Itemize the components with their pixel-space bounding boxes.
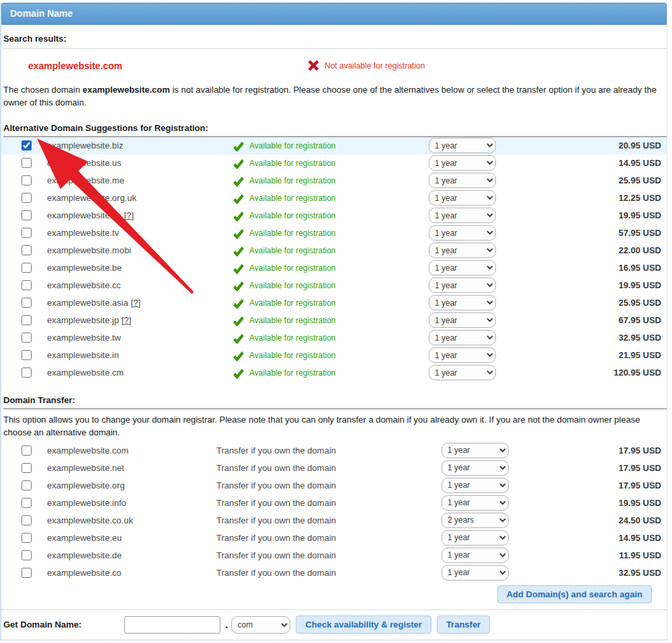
domain-select-checkbox[interactable] <box>22 158 32 168</box>
check-icon <box>233 333 244 343</box>
transfer-period-select[interactable]: 1 year <box>442 548 509 563</box>
transfer-select-checkbox[interactable] <box>22 568 32 578</box>
domain-select-checkbox[interactable] <box>22 228 32 238</box>
tld-hint-link[interactable]: [?] <box>131 298 140 308</box>
domain-select-checkbox[interactable] <box>22 368 32 378</box>
explanation-domain: examplewebsite.com <box>83 85 170 95</box>
transfer-select-checkbox[interactable] <box>22 480 32 490</box>
registration-period-select[interactable]: 1 year <box>429 365 496 380</box>
price-label: 17.95 USD <box>517 445 667 456</box>
registration-period-select[interactable]: 1 year <box>429 277 496 293</box>
price-label: 19.95 USD <box>504 280 667 290</box>
domain-select-checkbox[interactable] <box>22 350 32 360</box>
checkbox-cell <box>1 463 47 473</box>
transfer-select-checkbox[interactable] <box>22 498 32 508</box>
registration-period-select[interactable]: 1 year <box>429 330 496 345</box>
transfer-description: This option allows you to change your do… <box>3 414 665 439</box>
registration-period-select[interactable]: 1 year <box>429 190 496 206</box>
domain-name-input[interactable] <box>124 616 220 634</box>
domain-name-label: examplewebsite.be <box>47 263 233 273</box>
availability-label: Available for registration <box>249 351 336 360</box>
domain-name-label: examplewebsite.jp[?] <box>47 315 233 325</box>
price-label: 25.95 USD <box>504 298 667 308</box>
transfer-period-select[interactable]: 1 year <box>442 478 509 493</box>
transfer-select-checkbox[interactable] <box>22 533 32 543</box>
transfer-select-checkbox[interactable] <box>22 515 32 525</box>
period-cell: 1 year <box>429 347 504 363</box>
domain-select-checkbox[interactable] <box>22 245 32 255</box>
transfer-period-select[interactable]: 1 year <box>442 565 509 581</box>
check-icon <box>233 228 244 239</box>
add-domains-button[interactable]: Add Domain(s) and search again <box>497 585 652 603</box>
domain-select-checkbox[interactable] <box>22 210 32 220</box>
checkbox-cell <box>1 533 47 543</box>
registration-period-select[interactable]: 1 year <box>429 138 496 153</box>
domain-name-panel: Domain Name Search results: examplewebsi… <box>0 3 667 640</box>
period-cell: 1 year <box>442 548 517 563</box>
domain-suggestion-row: examplewebsite.cm Available for registra… <box>1 364 667 382</box>
registration-period-select[interactable]: 1 year <box>429 295 496 310</box>
check-register-button[interactable]: Check availability & register <box>296 615 431 634</box>
domain-name-label: examplewebsite.org.uk <box>47 193 233 203</box>
registration-period-select[interactable]: 1 year <box>429 173 496 188</box>
price-label: 19.95 USD <box>517 498 667 508</box>
tld-select[interactable]: com <box>231 616 290 634</box>
price-label: 22.00 USD <box>504 245 667 255</box>
transfer-search-button[interactable]: Transfer <box>437 615 490 634</box>
period-cell: 2 years <box>442 513 517 528</box>
availability-cell: Available for registration <box>233 280 429 291</box>
registration-period-select[interactable]: 1 year <box>429 312 496 328</box>
registration-period-select[interactable]: 1 year <box>429 225 496 241</box>
domain-select-checkbox[interactable] <box>22 140 32 151</box>
domain-transfer-row: examplewebsite.org Transfer if you own t… <box>1 476 667 494</box>
registration-period-select[interactable]: 1 year <box>429 347 496 363</box>
period-cell: 1 year <box>442 478 517 493</box>
checkbox-cell <box>1 498 47 508</box>
availability-label: Available for registration <box>249 211 336 220</box>
transfer-period-select[interactable]: 1 year <box>442 460 509 476</box>
domain-select-checkbox[interactable] <box>22 315 32 325</box>
transfer-period-select[interactable]: 1 year <box>442 495 509 511</box>
checkbox-cell <box>1 368 47 378</box>
checkbox-cell <box>1 228 47 238</box>
price-label: 11.95 USD <box>517 550 667 560</box>
domain-select-checkbox[interactable] <box>22 263 32 273</box>
explanation-text: The chosen domain examplewebsite.com is … <box>3 84 665 110</box>
domain-suggestion-row: examplewebsite.us Available for registra… <box>1 155 667 172</box>
price-label: 25.95 USD <box>504 175 667 185</box>
checkbox-cell <box>1 480 47 490</box>
domain-select-checkbox[interactable] <box>22 298 32 308</box>
transfer-select-checkbox[interactable] <box>22 550 32 560</box>
availability-cell: Available for registration <box>233 368 429 378</box>
registration-period-select[interactable]: 1 year <box>429 208 496 223</box>
transfer-period-select[interactable]: 2 years <box>442 513 509 528</box>
tld-hint-link[interactable]: [?] <box>122 315 131 325</box>
registration-period-select[interactable]: 1 year <box>429 155 496 171</box>
domain-select-checkbox[interactable] <box>22 280 32 290</box>
availability-label: Available for registration <box>249 246 336 255</box>
transfer-period-select[interactable]: 1 year <box>442 530 509 546</box>
transfer-period-select[interactable]: 1 year <box>442 443 509 458</box>
availability-label: Available for registration <box>249 228 336 238</box>
price-label: 32.95 USD <box>517 568 667 578</box>
transfer-select-checkbox[interactable] <box>22 445 32 456</box>
domain-name-label: examplewebsite.mobi <box>47 245 233 255</box>
tld-hint-link[interactable]: [?] <box>124 210 134 220</box>
check-icon <box>233 140 244 151</box>
domain-select-checkbox[interactable] <box>22 193 32 203</box>
add-domains-row: Add Domain(s) and search again <box>1 581 667 609</box>
domain-select-checkbox[interactable] <box>22 175 32 185</box>
period-cell: 1 year <box>442 565 517 581</box>
domain-name-label: examplewebsite.co <box>47 568 216 578</box>
availability-label: Available for registration <box>249 263 336 273</box>
availability-label: Available for registration <box>249 281 336 290</box>
transfer-own-label: Transfer if you own the domain <box>216 533 442 543</box>
period-cell: 1 year <box>429 312 504 328</box>
checkbox-cell <box>1 550 47 560</box>
domain-select-checkbox[interactable] <box>22 333 32 343</box>
registration-period-select[interactable]: 1 year <box>429 243 496 258</box>
transfer-select-checkbox[interactable] <box>22 463 32 473</box>
period-cell: 1 year <box>429 277 504 293</box>
price-label: 120.95 USD <box>504 368 667 378</box>
registration-period-select[interactable]: 1 year <box>429 260 496 275</box>
